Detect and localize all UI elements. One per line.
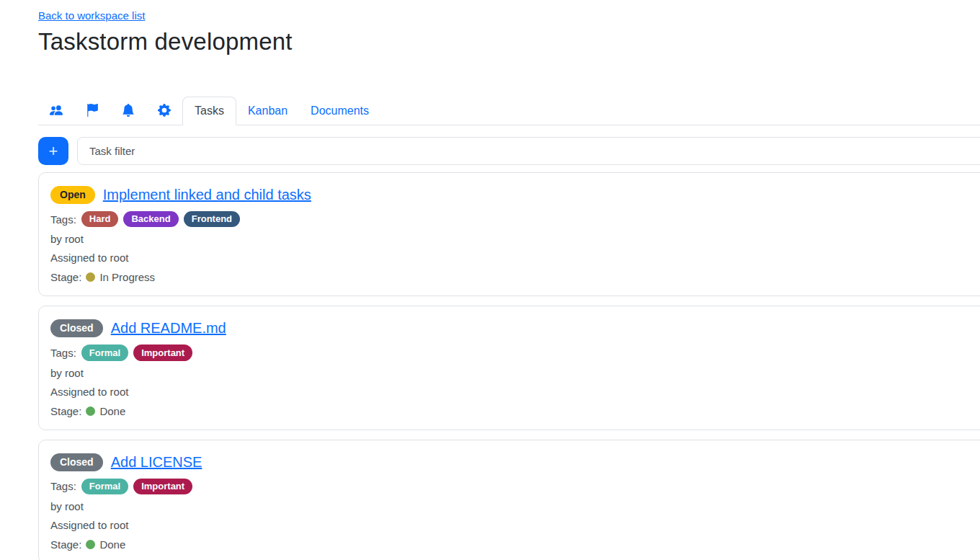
task-assignee: Assigned to root: [50, 386, 980, 398]
stage-dot-icon: [86, 272, 95, 282]
task-author: by root: [50, 233, 980, 245]
task-filter-input[interactable]: [77, 137, 980, 165]
main-content: Back to workspace list Taskstorm develop…: [38, 0, 980, 560]
tag-badge: Frontend: [184, 211, 240, 228]
tab-documents[interactable]: Documents: [299, 97, 380, 125]
stage-dot-icon: [86, 540, 95, 549]
task-title-link[interactable]: Add README.md: [111, 320, 226, 337]
tab-milestones[interactable]: [74, 96, 110, 125]
task-card: Closed Add LICENSE Tags: Formal Importan…: [38, 440, 980, 560]
task-card: Closed Add README.md Tags: Formal Import…: [38, 306, 980, 430]
stage-label: Stage:: [50, 271, 81, 283]
task-author: by root: [50, 500, 980, 512]
tab-kanban[interactable]: Kanban: [236, 97, 299, 125]
task-author: by root: [50, 367, 980, 379]
tag-badge: Important: [133, 345, 192, 361]
tab-settings[interactable]: [146, 96, 182, 125]
task-assignee: Assigned to root: [50, 252, 980, 264]
stage-value: Done: [99, 538, 125, 551]
task-title-link[interactable]: Add LICENSE: [111, 454, 202, 471]
people-icon: [50, 104, 63, 117]
add-task-button[interactable]: +: [38, 137, 68, 165]
tag-badge: Hard: [81, 211, 119, 228]
tags-label: Tags:: [50, 347, 76, 359]
tag-badge: Backend: [123, 211, 178, 228]
tags-label: Tags:: [50, 480, 76, 492]
page-title: Taskstorm development: [38, 28, 980, 55]
status-badge: Open: [50, 186, 95, 204]
workspace-tabbar: Tasks Kanban Documents: [38, 96, 980, 125]
tag-badge: Formal: [81, 479, 128, 495]
task-assignee: Assigned to root: [50, 519, 980, 531]
stage-dot-icon: [86, 406, 95, 416]
tab-notifications[interactable]: [110, 96, 146, 125]
flag-icon: [86, 104, 99, 117]
tab-tasks[interactable]: Tasks: [182, 97, 236, 125]
bell-icon: [122, 104, 135, 117]
task-toolbar: +: [38, 137, 980, 165]
tags-label: Tags:: [50, 213, 76, 226]
back-to-workspace-link[interactable]: Back to workspace list: [38, 9, 145, 22]
tab-members[interactable]: [38, 96, 74, 125]
tag-badge: Important: [133, 479, 192, 495]
stage-value: Done: [99, 405, 125, 417]
status-badge: Closed: [50, 453, 103, 471]
stage-label: Stage:: [50, 538, 81, 551]
status-badge: Closed: [50, 319, 103, 337]
stage-label: Stage:: [50, 405, 81, 417]
task-title-link[interactable]: Implement linked and child tasks: [103, 187, 311, 203]
stage-value: In Progress: [99, 271, 155, 283]
task-card: Open Implement linked and child tasks Ta…: [38, 172, 980, 296]
gear-icon: [158, 104, 171, 117]
tag-badge: Formal: [81, 345, 128, 361]
